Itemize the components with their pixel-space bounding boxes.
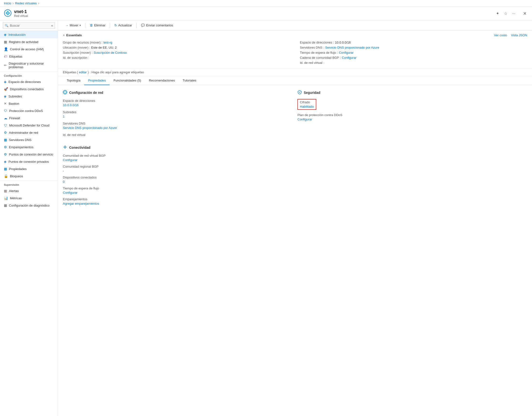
sidebar-item-registro[interactable]: ▦ Registro de actividad <box>0 38 58 46</box>
svg-point-2 <box>64 146 66 148</box>
sidebar-item-metricas[interactable]: 📊 Métricas <box>0 194 58 202</box>
subredes-prop-label: Subredes <box>63 110 293 114</box>
subredes-icon: ◈ <box>4 94 7 98</box>
etiquetas-icon: 🏷 <box>4 54 7 58</box>
ver-costo-link[interactable]: Ver costo <box>494 33 507 37</box>
sidebar-item-dns[interactable]: ▦ Servidores DNS <box>0 136 58 144</box>
emparejamientos-conn-value[interactable]: Agregar emparejamientos <box>63 202 99 205</box>
dispositivos-conectados-label: Dispositivos conectados <box>63 176 527 179</box>
sidebar-item-bloqueos[interactable]: 🔒 Bloqueos <box>0 173 58 180</box>
breadcrumb-sep2: › <box>38 2 39 5</box>
sidebar-item-defender[interactable]: 🛡 Microsoft Defender for Cloud <box>0 122 58 129</box>
espacio-dir-value: 10.0.0.0/16 <box>335 41 351 44</box>
search-input[interactable] <box>3 22 55 29</box>
bgp-regional-label: Comunidad regional BGP <box>63 165 527 168</box>
breadcrumb-sep1: › <box>13 2 14 5</box>
tab-propiedades[interactable]: Propiedades <box>84 76 110 85</box>
grupo-recursos-value[interactable]: test-rg <box>104 41 113 44</box>
refresh-button[interactable]: ↻ Actualizar <box>112 22 134 28</box>
network-config-section: Configuración de red Espacio de direccio… <box>63 90 293 140</box>
etiquetas-label: Etiquetas ( <box>63 70 78 74</box>
tiempo-espera-conn-label: Tiempo de espera de flujo <box>63 186 527 190</box>
move-chevron-icon: ▾ <box>80 24 81 27</box>
puntos-servicio-icon: ⚙ <box>4 152 7 156</box>
id-suscripcion-label: Id. de suscripción <box>63 56 87 59</box>
sidebar-item-diagnosticar[interactable]: ✏ Diagnosticar y solucionar problemas <box>0 60 58 71</box>
search-icon: 🔍 <box>5 24 9 27</box>
tab-funcionalidades[interactable]: Funcionalidades (5) <box>110 76 145 85</box>
breadcrumb-inicio[interactable]: Inicio <box>4 1 11 5</box>
espacio-dir-label: Espacio de direcciones <box>300 41 332 44</box>
sidebar-item-iam[interactable]: 👤 Control de acceso (IAM) <box>0 46 58 53</box>
sidebar-item-puntos-servicio[interactable]: ⚙ Puntos de conexión del servicio <box>0 151 58 158</box>
sidebar-item-introduccion[interactable]: ◈ Introducción <box>0 31 58 38</box>
sidebar-item-config-diagnostico[interactable]: ▦ Configuración de diagnóstico <box>0 202 58 209</box>
propiedades-icon: ▦ <box>4 167 7 171</box>
connectivity-icon <box>63 145 67 150</box>
suscripcion-value[interactable]: Suscripción de Contoso <box>94 51 127 54</box>
sidebar-item-admin-red[interactable]: ⚙ Administrador de red <box>0 129 58 136</box>
feedback-icon: 💬 <box>141 23 145 27</box>
tiempo-espera-conn-value[interactable]: Configurar <box>63 191 78 194</box>
dispositivos-conectados-value[interactable]: 0 <box>63 180 65 184</box>
move-button[interactable]: → Mover ▾ <box>63 22 83 28</box>
collapse-icon[interactable]: « <box>51 24 53 27</box>
cifrado-value[interactable]: Habilitado <box>300 105 314 108</box>
espacio-icon: ◈ <box>4 80 7 84</box>
sidebar-item-puntos-privados[interactable]: ◈ Puntos de conexión privados <box>0 158 58 165</box>
tab-topologia[interactable]: Topología <box>63 76 84 85</box>
sidebar-item-firewall[interactable]: ☁ Firewall <box>0 114 58 122</box>
admin-red-icon: ⚙ <box>4 131 7 135</box>
sidebar-item-ddos[interactable]: 🛡 Protección contra DDoS <box>0 107 58 114</box>
cadena-bgp-value[interactable]: Configurar <box>342 56 357 59</box>
etiquetas-editar-link[interactable]: editar <box>79 70 87 74</box>
security-section: Seguridad Cifrado Habilitado Plan de pro… <box>297 90 527 140</box>
more-button[interactable]: ··· <box>511 10 517 17</box>
espacio-dir-prop-value[interactable]: 10.0.0.0/16 <box>63 103 79 107</box>
firewall-icon: ☁ <box>4 116 7 120</box>
cadena-bgp-label: Cadena de comunidad BGP <box>300 56 339 59</box>
move-icon: → <box>65 23 68 27</box>
feedback-button[interactable]: 💬 Enviar comentarios <box>139 22 175 28</box>
config-diagnostico-icon: ▦ <box>4 203 7 207</box>
dns-prop-value[interactable]: Servicio DNS proporcionado por Azure <box>63 126 117 130</box>
dns-icon: ▦ <box>4 138 7 142</box>
vista-json-link[interactable]: Vista JSON <box>511 33 527 37</box>
network-config-icon <box>63 90 67 95</box>
bloqueos-icon: 🔒 <box>4 174 8 178</box>
sidebar-item-subredes[interactable]: ◈ Subredes <box>0 93 58 100</box>
espacio-dir-prop-label: Espacio de direcciones <box>63 99 293 103</box>
essentials-collapse-icon[interactable]: ∧ <box>63 34 65 37</box>
ddos-plan-value[interactable]: Configurar <box>297 117 312 121</box>
id-red-label: Id. de red virtual <box>300 61 322 65</box>
sidebar-item-espacio[interactable]: ◈ Espacio de direcciones <box>0 78 58 85</box>
star-button[interactable]: ☆ <box>503 10 509 17</box>
subredes-prop-value[interactable]: 1 <box>63 115 65 118</box>
close-button[interactable]: ✕ <box>522 10 528 17</box>
id-red-prop-label: Id. de red virtual <box>63 133 293 137</box>
sidebar-item-alertas[interactable]: ▦ Alertas <box>0 187 58 194</box>
dispositivos-icon: 🚀 <box>4 87 8 91</box>
sidebar-item-propiedades[interactable]: ▦ Propiedades <box>0 165 58 173</box>
sidebar-item-etiquetas[interactable]: 🏷 Etiquetas <box>0 53 58 60</box>
resource-icon <box>4 9 12 18</box>
tab-tutoriales[interactable]: Tutoriales <box>179 76 200 85</box>
resource-title: vnet-1 <box>14 9 28 14</box>
sidebar-item-emparejamientos[interactable]: ⚙ Emparejamientos <box>0 144 58 151</box>
breadcrumb-redes[interactable]: Redes virtuales <box>15 1 37 5</box>
serv-dns-value[interactable]: Servicio DNS proporcionado por Azure <box>325 46 379 49</box>
delete-button[interactable]: 🗑 Eliminar <box>87 22 108 28</box>
serv-dns-label: Servidores DNS <box>300 46 322 49</box>
pin-button[interactable]: ✦ <box>494 10 501 17</box>
sidebar-item-bastion[interactable]: ✕ Bastion <box>0 100 58 107</box>
tab-recomendaciones[interactable]: Recomendaciones <box>145 76 179 85</box>
bastion-icon: ✕ <box>4 102 7 106</box>
tiempo-espera-value[interactable]: Configurar <box>339 51 353 54</box>
defender-icon: 🛡 <box>4 123 7 127</box>
suscripcion-label: Suscripción (mover) <box>63 51 91 54</box>
sidebar-item-dispositivos[interactable]: 🚀 Dispositivos conectados <box>0 85 58 93</box>
bgp-comunidad-value[interactable]: Configurar <box>63 158 78 162</box>
refresh-icon: ↻ <box>114 23 117 27</box>
bgp-comunidad-label: Comunidad de red virtual BGP <box>63 154 527 157</box>
ddos-plan-label: Plan de protección contra DDoS <box>297 113 527 117</box>
